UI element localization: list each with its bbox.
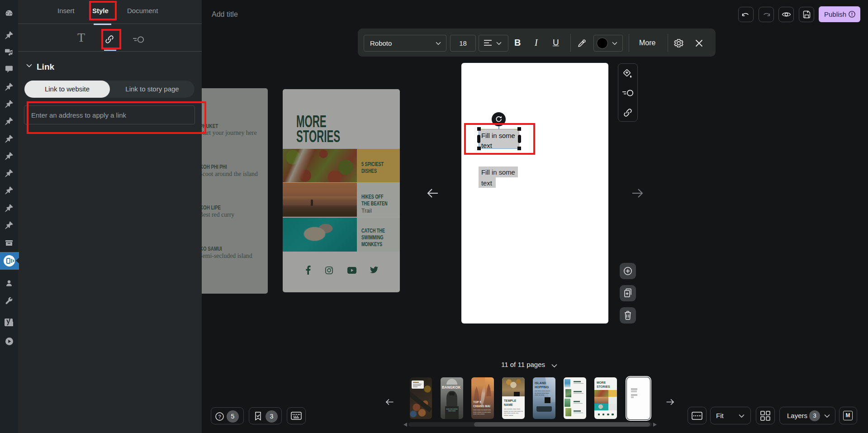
svg-text:?: ?: [218, 414, 221, 419]
